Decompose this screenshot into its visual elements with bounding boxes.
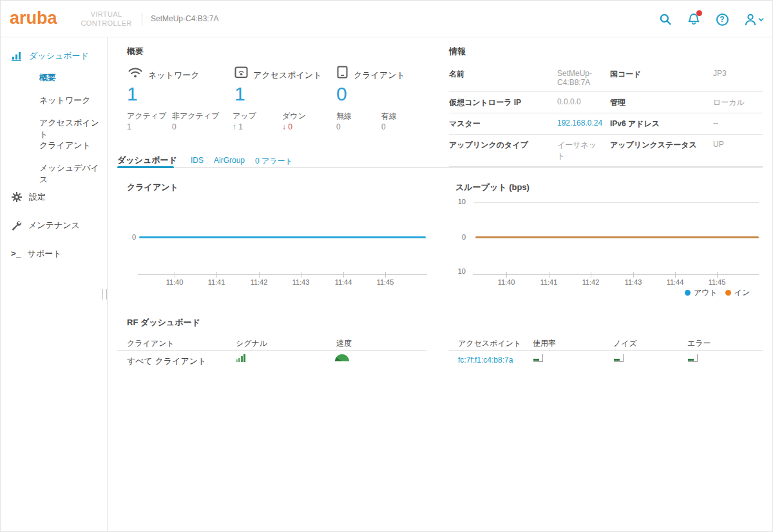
throughput-series-line xyxy=(475,236,759,238)
dashboard-chart-icon xyxy=(11,51,23,61)
sidebar-item-clients[interactable]: クライアント xyxy=(39,140,91,151)
xtick-mark xyxy=(633,272,634,278)
product-line2: CONTROLLER xyxy=(77,19,136,28)
vc-ip-value: 0.0.0.0 xyxy=(557,97,610,108)
rf-dashboard-title: RF ダッシュボード xyxy=(127,317,200,328)
master-ip-link[interactable]: 192.168.0.24 xyxy=(557,119,602,128)
xtick-label: 11:45 xyxy=(377,278,394,286)
xtick-mark xyxy=(506,272,507,278)
info-title: 情報 xyxy=(449,46,466,57)
search-icon[interactable] xyxy=(658,12,673,27)
throughput-ytick-zero: 0 xyxy=(452,233,466,241)
country-code-label: 国コード xyxy=(610,69,713,87)
active-tab-indicator xyxy=(117,166,174,168)
clients-chart-xaxis xyxy=(138,274,427,275)
sidebar-item-access-points[interactable]: アクセスポイント xyxy=(39,117,107,140)
overview-title: 概要 xyxy=(127,46,144,57)
clients-stat-label: クライアント xyxy=(354,70,405,81)
user-menu-icon[interactable] xyxy=(743,12,765,27)
xtick-label: 11:44 xyxy=(667,278,684,286)
controller-name: SetMeUp-C4:B3:7A xyxy=(151,14,218,23)
down-label: ダウン xyxy=(282,111,306,122)
notifications-icon[interactable] xyxy=(686,12,701,27)
uplink-status-value: UP xyxy=(713,140,763,162)
topbar-divider xyxy=(142,13,142,26)
product-name: VIRTUAL CONTROLLER xyxy=(77,10,136,28)
tab-alerts[interactable]: 0 アラート xyxy=(255,156,293,167)
chevron-down-icon xyxy=(758,17,764,22)
active-label: アクティブ xyxy=(127,111,166,122)
xtick-mark xyxy=(717,272,718,278)
clients-chart-ytick: 0 xyxy=(122,233,136,241)
rf-error-header: エラー xyxy=(687,338,711,349)
xtick-mark xyxy=(343,272,344,278)
error-mini-chart-icon xyxy=(688,354,698,362)
up-arrow-icon: ↑ xyxy=(233,122,236,131)
access-points-stat-label: アクセスポイント xyxy=(253,70,321,81)
xtick-label: 11:41 xyxy=(540,278,558,286)
xtick-mark xyxy=(549,272,549,278)
xtick-label: 11:43 xyxy=(292,278,310,286)
inactive-label: 非アクティブ xyxy=(172,111,219,122)
tabbar-divider xyxy=(117,167,763,168)
sidebar-item-mesh-devices[interactable]: メッシュデバイス xyxy=(39,162,107,185)
ap-mac-link[interactable]: fc:7f:f1:c4:b8:7a xyxy=(458,356,513,365)
terminal-prompt-icon: >_ xyxy=(11,249,21,259)
throughput-ytick-top: 10 xyxy=(452,198,466,205)
sidebar-item-label: 設定 xyxy=(29,191,46,203)
clients-series-line xyxy=(139,236,426,238)
legend-in: イン xyxy=(725,287,750,298)
throughput-chart-xaxis xyxy=(473,274,759,275)
sidebar-resize-handle[interactable] xyxy=(102,289,107,299)
sidebar-item-configuration[interactable]: 設定 xyxy=(11,191,46,203)
tab-airgroup[interactable]: AirGroup xyxy=(214,156,245,165)
wifi-icon xyxy=(128,66,143,81)
legend-in-dot xyxy=(725,290,731,296)
info-table: 名前 SetMeUp-C4:B8:7A 国コード JP3 仮想コントローラ IP… xyxy=(449,64,763,167)
uplink-type-label: アップリンクのタイプ xyxy=(449,140,557,162)
rf-ap-header: アクセスポイント xyxy=(458,338,521,349)
wired-value: 0 xyxy=(381,122,386,131)
active-value: 1 xyxy=(127,122,131,131)
tab-ids[interactable]: IDS xyxy=(191,156,204,165)
usage-mini-chart-icon xyxy=(533,354,543,362)
sidebar-item-label: ダッシュボード xyxy=(29,50,89,62)
sidebar-item-maintenance[interactable]: メンテナンス xyxy=(11,220,80,231)
speed-gauge-icon xyxy=(335,354,349,361)
client-device-icon xyxy=(337,66,348,81)
access-point-icon xyxy=(234,66,248,81)
xtick-mark xyxy=(301,272,301,278)
aruba-logo: aruba xyxy=(10,8,57,28)
sidebar-item-network[interactable]: ネットワーク xyxy=(39,95,91,106)
rf-speed-header: 速度 xyxy=(336,338,352,349)
sidebar-item-dashboard[interactable]: ダッシュボード xyxy=(11,50,89,62)
xtick-mark xyxy=(259,272,260,278)
name-value: SetMeUp-C4:B8:7A xyxy=(557,69,610,87)
xtick-label: 11:42 xyxy=(251,278,268,286)
help-icon[interactable]: ? xyxy=(714,12,730,27)
networks-count: 1 xyxy=(127,83,138,105)
info-row-vc-ip: 仮想コントローラ IP 0.0.0.0 管理 ローカル xyxy=(449,92,763,113)
aruba-virtual-controller-page: aruba VIRTUAL CONTROLLER SetMeUp-C4:B3:7… xyxy=(0,0,773,532)
networks-stat-label: ネットワーク xyxy=(148,70,200,81)
down-value: ↓ 0 xyxy=(282,122,292,131)
tab-dashboard[interactable]: ダッシュボード xyxy=(117,155,177,166)
uplink-type-value: イーサネット xyxy=(557,140,600,162)
rf-ap-header-divider xyxy=(449,350,763,351)
rf-clients-header-divider xyxy=(117,350,426,351)
topbar-actions: ? xyxy=(658,10,765,29)
sidebar-item-support[interactable]: >_ サポート xyxy=(11,248,62,260)
product-line1: VIRTUAL xyxy=(77,10,136,19)
noise-mini-chart-icon xyxy=(614,354,624,362)
master-label: マスター xyxy=(449,119,557,129)
xtick-label: 11:42 xyxy=(582,278,600,286)
xtick-label: 11:44 xyxy=(335,278,352,286)
rf-all-clients-cell: すべて クライアント xyxy=(127,356,206,367)
xtick-mark xyxy=(385,272,386,278)
up-label: アップ xyxy=(233,111,256,122)
up-value: ↑ 1 xyxy=(233,122,243,131)
top-bar: aruba VIRTUAL CONTROLLER SetMeUp-C4:B3:7… xyxy=(1,1,773,37)
sidebar-item-overview[interactable]: 概要 xyxy=(39,72,56,84)
xtick-mark xyxy=(675,272,676,278)
down-arrow-icon: ↓ xyxy=(282,122,286,131)
